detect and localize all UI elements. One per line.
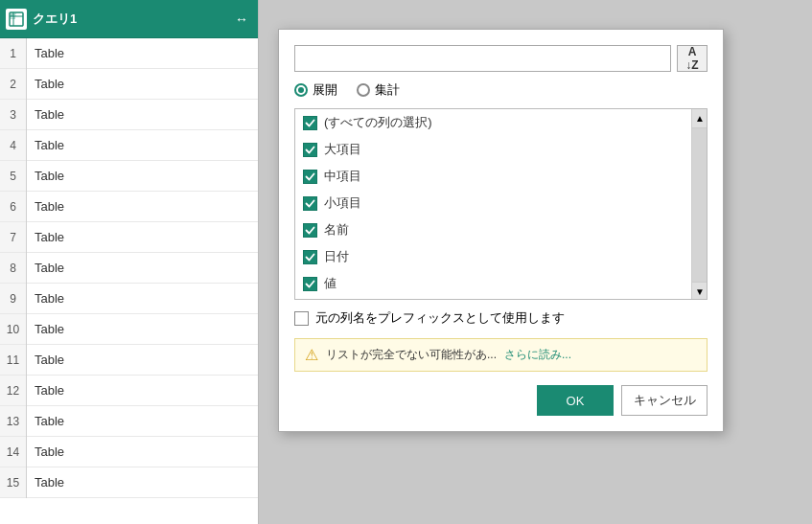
checkbox-label: (すべての列の選択)	[324, 114, 432, 131]
row-number: 2	[0, 69, 26, 100]
column-header: ABC 123 クエリ1 ↔	[0, 0, 258, 38]
expand-button[interactable]: ↔	[231, 9, 252, 30]
row-number: 7	[0, 222, 26, 253]
row-number: 8	[0, 253, 26, 284]
radio-expand-label: 展開	[313, 81, 337, 99]
prefix-label: 元の列名をプレフィックスとして使用します	[315, 309, 565, 327]
ok-button[interactable]: OK	[537, 385, 614, 416]
table-row: Table	[27, 467, 258, 498]
data-column: TableTableTableTableTableTableTableTable…	[27, 38, 258, 498]
radio-aggregate-circle	[357, 83, 370, 97]
spreadsheet-panel: ABC 123 クエリ1 ↔ 123456789101112131415 Tab…	[0, 0, 259, 524]
row-number: 10	[0, 314, 26, 345]
prefix-checkbox[interactable]	[294, 311, 309, 326]
row-number: 12	[0, 376, 26, 406]
checkbox-checked	[303, 143, 317, 157]
row-number: 11	[0, 345, 26, 376]
radio-row: 展開 集計	[294, 81, 708, 99]
radio-aggregate-option[interactable]: 集計	[357, 81, 400, 99]
checkbox-checked	[303, 223, 317, 238]
table-row: Table	[27, 100, 258, 130]
sort-az-icon: A↓Z	[685, 45, 698, 72]
table-row: Table	[27, 253, 258, 284]
checkbox-checked	[303, 116, 317, 130]
table-row: Table	[27, 192, 258, 222]
row-numbers: 123456789101112131415	[0, 38, 27, 498]
table-row: Table	[27, 222, 258, 253]
radio-expand-circle	[294, 83, 308, 97]
row-number: 15	[0, 467, 26, 498]
table-row: Table	[27, 38, 258, 69]
row-number: 4	[0, 130, 26, 161]
checkbox-label: 中項目	[324, 168, 361, 185]
table-icon: ABC 123	[6, 9, 27, 30]
checkbox-label: 小項目	[324, 194, 361, 212]
row-number: 9	[0, 284, 26, 314]
checkbox-item[interactable]: 日付	[295, 243, 707, 270]
table-row: Table	[27, 406, 258, 437]
scroll-down-button[interactable]: ▼	[692, 282, 708, 300]
warning-link[interactable]: さらに読み...	[504, 347, 571, 363]
svg-text:123: 123	[11, 15, 15, 19]
checkbox-item[interactable]: 中項目	[295, 163, 707, 190]
checkbox-label: 名前	[324, 221, 349, 239]
checkbox-checked	[303, 196, 317, 211]
row-number: 13	[0, 406, 26, 437]
table-row: Table	[27, 69, 258, 100]
warning-row: ⚠ リストが完全でない可能性があ... さらに読み...	[294, 338, 708, 372]
row-number: 5	[0, 161, 26, 192]
checkbox-label: 値	[324, 275, 336, 292]
search-row: A↓Z	[294, 45, 708, 72]
table-row: Table	[27, 345, 258, 376]
expand-columns-dialog: A↓Z 展開 集計 (すべての列の選択)大項目中項目小項目名前日付値 ▲ ▼ 元…	[278, 29, 724, 432]
search-input[interactable]	[294, 45, 671, 72]
checkbox-item[interactable]: 値	[295, 270, 707, 297]
checkbox-label: 大項目	[324, 141, 361, 158]
sort-button[interactable]: A↓Z	[677, 45, 708, 72]
scroll-up-button[interactable]: ▲	[692, 109, 708, 128]
checkbox-checked	[303, 277, 317, 291]
row-number: 3	[0, 100, 26, 130]
table-row: Table	[27, 284, 258, 314]
warning-text: リストが完全でない可能性があ...	[326, 347, 497, 363]
row-number: 6	[0, 192, 26, 222]
checkbox-item[interactable]: 小項目	[295, 190, 707, 216]
warning-icon: ⚠	[305, 346, 318, 364]
table-row: Table	[27, 161, 258, 192]
scrollbar[interactable]: ▲ ▼	[691, 109, 707, 300]
checkbox-label: 日付	[324, 248, 349, 265]
checkbox-item[interactable]: 大項目	[295, 136, 707, 163]
checkbox-checked	[303, 250, 317, 264]
table-row: Table	[27, 376, 258, 406]
table-row: Table	[27, 314, 258, 345]
checkbox-checked	[303, 170, 317, 184]
column-checkbox-list: (すべての列の選択)大項目中項目小項目名前日付値 ▲ ▼	[294, 108, 708, 300]
checkbox-item[interactable]: 名前	[295, 216, 707, 243]
radio-expand-option[interactable]: 展開	[294, 81, 337, 99]
column-title: クエリ1	[33, 11, 225, 28]
checkbox-item[interactable]: (すべての列の選択)	[295, 109, 707, 136]
table-row: Table	[27, 130, 258, 161]
prefix-row: 元の列名をプレフィックスとして使用します	[294, 309, 708, 327]
row-number: 14	[0, 437, 26, 467]
row-number: 1	[0, 38, 26, 69]
button-row: OK キャンセル	[294, 385, 708, 416]
scroll-track	[692, 128, 707, 282]
table-row: Table	[27, 437, 258, 467]
cancel-button[interactable]: キャンセル	[621, 385, 708, 416]
radio-aggregate-label: 集計	[375, 81, 400, 99]
